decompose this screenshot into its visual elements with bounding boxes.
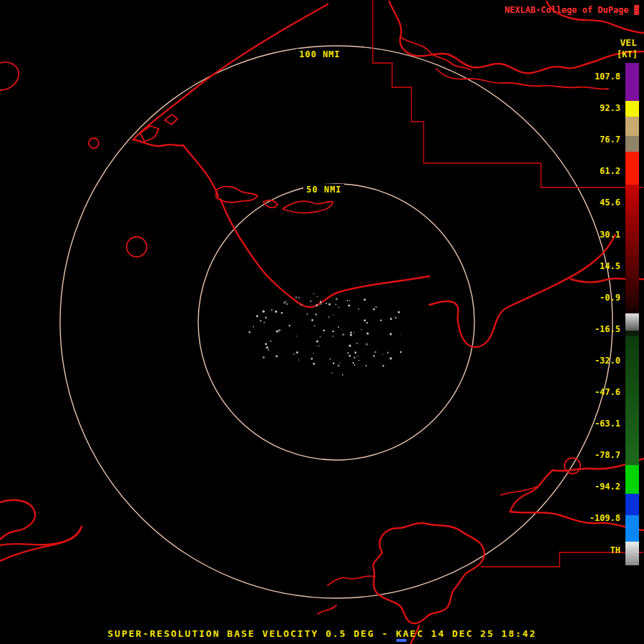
velocity-echo	[375, 351, 376, 353]
velocity-echo	[350, 333, 352, 336]
colorbar-segment	[625, 494, 639, 515]
velocity-echo	[338, 306, 340, 308]
velocity-echo	[375, 306, 377, 308]
velocity-echo	[346, 300, 348, 301]
velocity-echo	[366, 322, 368, 323]
velocity-echo	[338, 327, 339, 328]
colorbar-title: VEL	[620, 37, 637, 48]
colorbar-segment	[625, 336, 639, 465]
velocity-echo	[348, 345, 351, 347]
branding-text: NEXLAB-College of DuPage	[504, 5, 628, 15]
branding: NEXLAB-College of DuPage ▓	[504, 5, 639, 15]
velocity-echo	[374, 355, 375, 356]
velocity-echo	[354, 364, 356, 366]
map-overlay-svg	[0, 0, 644, 644]
velocity-echo	[364, 319, 366, 321]
product-status-line: SUPER-RESOLUTION BASE VELOCITY 0.5 DEG -…	[0, 628, 644, 639]
colorbar-segment	[625, 152, 639, 185]
velocity-echo	[347, 352, 348, 353]
velocity-echo	[331, 373, 333, 374]
velocity-echo	[317, 296, 318, 297]
velocity-echo	[333, 315, 334, 316]
colorbar-segment	[625, 331, 639, 336]
velocity-echo	[311, 319, 313, 321]
velocity-echo	[270, 341, 271, 342]
range-rings	[60, 46, 613, 598]
velocity-echo	[358, 308, 360, 310]
velocity-echo	[319, 345, 320, 346]
velocity-echo	[320, 303, 322, 305]
velocity-echo	[278, 329, 280, 331]
velocity-echo	[342, 333, 344, 336]
velocity-echo	[286, 303, 288, 306]
velocity-echo	[298, 359, 300, 361]
velocity-echo	[353, 332, 354, 333]
velocity-echo	[336, 304, 337, 306]
velocity-echo	[249, 331, 251, 333]
velocity-echo	[339, 362, 341, 364]
velocity-echo	[320, 301, 322, 303]
velocity-echo	[275, 356, 278, 358]
velocity-echo	[382, 353, 383, 354]
velocity-echo	[387, 351, 389, 353]
velocity-echo	[364, 298, 366, 301]
colorbar-segment	[625, 117, 639, 136]
velocity-echo	[361, 329, 361, 330]
velocity-echo	[333, 363, 335, 365]
velocity-echo	[256, 315, 258, 317]
colorbar-segment	[625, 542, 639, 565]
velocity-echo	[283, 301, 286, 303]
velocity-echo	[328, 303, 331, 306]
velocity-echo	[260, 320, 261, 321]
velocity-echo	[354, 352, 356, 353]
velocity-echo	[382, 365, 384, 366]
velocity-echo	[286, 301, 286, 301]
velocity-echo	[350, 331, 352, 333]
velocity-echo	[389, 357, 391, 359]
velocity-echo	[366, 366, 367, 367]
velocity-echo	[400, 334, 401, 335]
range-ring-label-50nmi: 50 NMI	[303, 184, 344, 195]
velocity-echo	[253, 326, 255, 328]
range-ring-label-100nmi: 100 NMI	[296, 49, 343, 60]
velocity-echo	[358, 356, 359, 357]
velocity-echo	[266, 346, 268, 348]
velocity-echo	[293, 353, 295, 355]
velocity-echo	[313, 293, 314, 295]
velocity-echo	[348, 304, 350, 306]
velocity-echo	[306, 313, 308, 315]
colorbar-segment	[625, 101, 639, 117]
velocity-echo	[316, 304, 318, 306]
velocity-echo	[398, 311, 400, 313]
velocity-echo	[268, 349, 269, 351]
branding-mark-icon: ▓	[634, 5, 639, 15]
velocity-echo	[281, 312, 283, 314]
velocity-echo	[310, 301, 311, 302]
velocity-echo	[316, 340, 318, 342]
velocity-echo	[380, 320, 381, 321]
velocity-echo	[296, 336, 297, 336]
velocity-echo	[275, 330, 277, 331]
velocity-echo	[342, 374, 343, 376]
echo-layer	[249, 293, 402, 376]
velocity-echo	[288, 325, 290, 326]
colorbar-segment	[625, 185, 639, 308]
velocity-echo	[366, 333, 369, 335]
radar-display: 100 NMI 50 NMI NEXLAB-College of DuPage …	[0, 0, 644, 644]
velocity-echo	[313, 363, 315, 365]
velocity-echo	[336, 298, 338, 300]
velocity-echo	[271, 309, 273, 311]
velocity-echo	[341, 329, 341, 330]
colorbar-segment	[625, 63, 639, 101]
velocity-echo	[373, 308, 375, 311]
velocity-echo	[298, 297, 300, 298]
colorbar-segment	[625, 465, 639, 494]
velocity-echo	[349, 355, 351, 357]
velocity-echo	[311, 358, 313, 360]
velocity-echo	[338, 365, 340, 367]
velocity-echo	[400, 351, 401, 353]
velocity-echo	[390, 318, 392, 320]
velocity-echo	[265, 343, 267, 345]
velocity-echo	[356, 343, 358, 344]
velocity-echo	[328, 316, 330, 318]
